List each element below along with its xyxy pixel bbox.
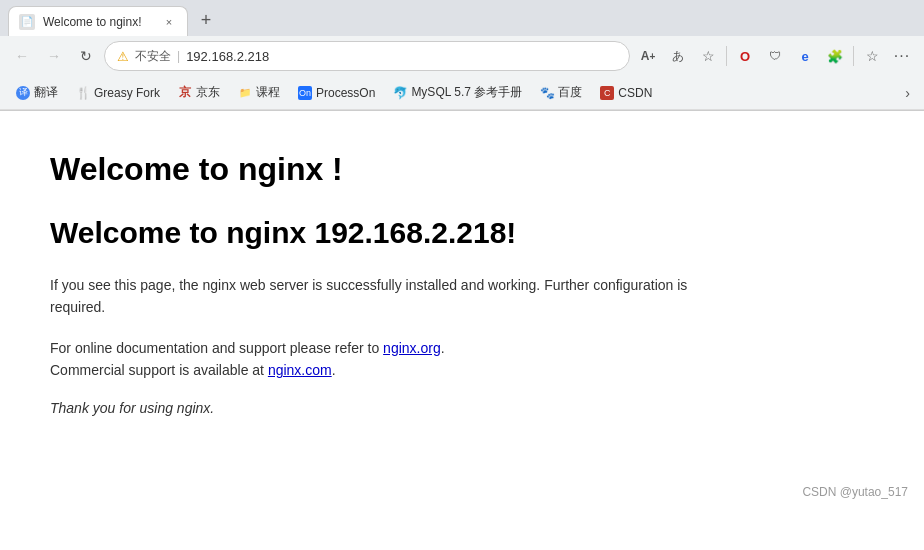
bookmark-greasyfork-label: Greasy Fork [94,86,160,100]
paragraph2-before: For online documentation and support ple… [50,340,383,356]
more-bookmarks-button[interactable]: › [899,82,916,104]
bookmark-baidu-label: 百度 [558,84,582,101]
active-tab[interactable]: 📄 Welcome to nginx! × [8,6,188,36]
page-content: Welcome to nginx ! Welcome to nginx 192.… [0,111,924,511]
watermark: CSDN @yutao_517 [802,485,908,499]
paragraph2-before2: Commercial support is available at [50,362,268,378]
back-button[interactable]: ← [8,42,36,70]
browser-chrome: 📄 Welcome to nginx! × + ← → ↻ ⚠ 不安全 | 19… [0,0,924,111]
tab-close-button[interactable]: × [161,14,177,30]
warning-icon: ⚠ [117,49,129,64]
forward-button[interactable]: → [40,42,68,70]
tab-title: Welcome to nginx! [43,15,153,29]
bookmark-mysql-label: MySQL 5.7 参考手册 [411,84,522,101]
page-heading1: Welcome to nginx ! [50,151,874,188]
mysql-icon: 🐬 [393,86,407,100]
processon-icon: On [298,86,312,100]
bookmark-translate-label: 翻译 [34,84,58,101]
tab-bar: 📄 Welcome to nginx! × + [0,0,924,36]
courses-icon: 📁 [238,86,252,100]
paragraph2-end: . [332,362,336,378]
baidu-icon: 🐾 [540,86,554,100]
bookmark-csdn[interactable]: C CSDN [592,80,660,106]
address-bar[interactable]: ⚠ 不安全 | 192.168.2.218 [104,41,630,71]
toolbar-divider [726,46,727,66]
nginx-org-link[interactable]: nginx.org [383,340,441,356]
bookmarks-bar: 译 翻译 🍴 Greasy Fork 京 京东 📁 课程 On ProcessO… [0,76,924,110]
page-paragraph1: If you see this page, the nginx web serv… [50,274,700,319]
edge-collections-icon[interactable]: e [791,42,819,70]
bookmark-courses[interactable]: 📁 课程 [230,80,288,106]
more-menu-icon[interactable]: ··· [888,42,916,70]
bookmark-processon-label: ProcessOn [316,86,375,100]
toolbar-icons: A+ あ ☆ O 🛡 e 🧩 ☆ ··· [634,42,916,70]
bookmark-greasyfork[interactable]: 🍴 Greasy Fork [68,80,168,106]
address-bar-row: ← → ↻ ⚠ 不安全 | 192.168.2.218 A+ あ ☆ O 🛡 e… [0,36,924,76]
bookmark-mysql[interactable]: 🐬 MySQL 5.7 参考手册 [385,80,530,106]
bookmark-csdn-label: CSDN [618,86,652,100]
nginx-com-link[interactable]: nginx.com [268,362,332,378]
extensions-icon[interactable]: 🧩 [821,42,849,70]
jd-icon: 京 [178,86,192,100]
paragraph2-mid: . [441,340,445,356]
page-paragraph3: Thank you for using nginx. [50,400,874,416]
insecure-label: 不安全 [135,48,171,65]
opera-icon[interactable]: O [731,42,759,70]
bookmark-translate[interactable]: 译 翻译 [8,80,66,106]
bookmark-jd-label: 京东 [196,84,220,101]
csdn-icon: C [600,86,614,100]
separator: | [177,49,180,63]
greasyfork-icon: 🍴 [76,86,90,100]
translate-icon: 译 [16,86,30,100]
address-text: 192.168.2.218 [186,49,617,64]
read-mode-icon[interactable]: A+ [634,42,662,70]
bookmark-jd[interactable]: 京 京东 [170,80,228,106]
tab-favicon: 📄 [19,14,35,30]
toolbar-divider2 [853,46,854,66]
bookmark-processon[interactable]: On ProcessOn [290,80,383,106]
page-paragraph2: For online documentation and support ple… [50,337,700,382]
bookmark-courses-label: 课程 [256,84,280,101]
bookmark-baidu[interactable]: 🐾 百度 [532,80,590,106]
new-tab-button[interactable]: + [192,6,220,34]
page-heading2: Welcome to nginx 192.168.2.218! [50,216,874,250]
immersive-reader-icon[interactable]: あ [664,42,692,70]
paragraph1-text: If you see this page, the nginx web serv… [50,277,687,315]
favorites-star-icon[interactable]: ☆ [858,42,886,70]
shield-icon[interactable]: 🛡 [761,42,789,70]
add-favorites-icon[interactable]: ☆ [694,42,722,70]
refresh-button[interactable]: ↻ [72,42,100,70]
